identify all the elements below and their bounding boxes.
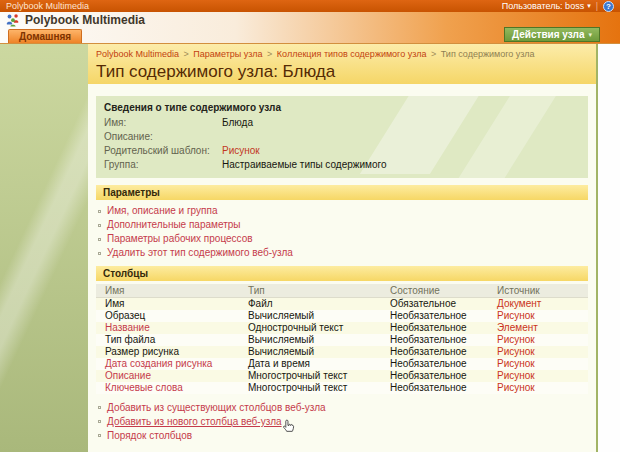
columns-footer-link-item: Добавить из нового столбца веб-узла bbox=[98, 414, 588, 429]
site-actions-button[interactable]: Действия узла ▾ bbox=[504, 27, 600, 42]
page-body: Polybook Multimedia > Параметры узла > К… bbox=[0, 44, 620, 452]
info-fields: Имя:БлюдаОписание:Родительский шаблон:Ри… bbox=[104, 116, 580, 172]
info-field-row: Группа:Настраиваемые типы содержимого bbox=[104, 158, 580, 172]
cell-type: Однострочный текст bbox=[239, 322, 381, 334]
breadcrumb-current: Тип содержимого узла bbox=[441, 49, 535, 59]
cell-source: Рисунок bbox=[488, 334, 588, 346]
column-header-cell: Имя bbox=[96, 284, 239, 298]
column-name-text: Размер рисунка bbox=[105, 346, 179, 357]
column-name-link[interactable]: Ключевые слова bbox=[105, 382, 183, 393]
user-menu-label: Пользователь: boss bbox=[502, 1, 584, 11]
cell-source: Рисунок bbox=[488, 382, 588, 394]
cell-source: Рисунок bbox=[488, 358, 588, 370]
settings-link[interactable]: Параметры рабочих процессов bbox=[107, 232, 253, 246]
info-field-label: Имя: bbox=[104, 116, 222, 130]
cell-source: Рисунок bbox=[488, 310, 588, 322]
table-row: Ключевые словаМногострочный текстНеобяза… bbox=[96, 382, 588, 394]
cell-source: Документ bbox=[488, 298, 588, 311]
chevron-down-icon: ▾ bbox=[588, 31, 592, 39]
content-area: Сведения о типе содержимого узла Имя:Блю… bbox=[88, 84, 596, 452]
column-header-cell: Тип bbox=[239, 284, 381, 298]
header-band: Polybook Multimedia Домашняя Действия уз… bbox=[0, 12, 620, 44]
topbar-divider: | bbox=[596, 1, 598, 11]
cell-state: Необязательное bbox=[381, 310, 488, 322]
info-field-value-link[interactable]: Рисунок bbox=[222, 144, 260, 158]
bullet-icon bbox=[98, 224, 101, 227]
topbar-site-title: Polybook Multimedia bbox=[6, 0, 89, 12]
settings-link-item: Имя, описание и группа bbox=[98, 204, 588, 218]
content-type-info-panel: Сведения о типе содержимого узла Имя:Блю… bbox=[96, 96, 588, 178]
cell-type: Многострочный текст bbox=[239, 370, 381, 382]
topbar-right: Пользователь: boss ▾ | ? bbox=[502, 1, 614, 12]
page-root: Polybook Multimedia Пользователь: boss ▾… bbox=[0, 0, 620, 453]
settings-section-header: Параметры bbox=[96, 185, 588, 200]
cell-source: Элемент bbox=[488, 322, 588, 334]
columns-table-header-row: ИмяТипСостояниеИсточник bbox=[96, 284, 588, 298]
breadcrumb-separator: > bbox=[263, 49, 277, 59]
cell-name: Ключевые слова bbox=[96, 382, 239, 394]
column-source-link[interactable]: Рисунок bbox=[497, 310, 535, 321]
site-banner: Polybook Multimedia bbox=[0, 12, 620, 28]
cell-source: Рисунок bbox=[488, 370, 588, 382]
column-source-link[interactable]: Рисунок bbox=[497, 370, 535, 381]
settings-link[interactable]: Удалить этот тип содержимого веб-узла bbox=[107, 246, 293, 260]
column-source-link[interactable]: Рисунок bbox=[497, 382, 535, 393]
cell-type: Многострочный текст bbox=[239, 382, 381, 394]
column-source-link[interactable]: Рисунок bbox=[497, 358, 535, 369]
cell-name: Дата создания рисунка bbox=[96, 358, 239, 370]
top-bar: Polybook Multimedia Пользователь: boss ▾… bbox=[0, 0, 620, 12]
cell-type: Файл bbox=[239, 298, 381, 311]
bullet-icon bbox=[98, 420, 101, 423]
breadcrumb-link[interactable]: Коллекция типов содержимого узла bbox=[277, 49, 427, 59]
main-panel: Polybook Multimedia > Параметры узла > К… bbox=[88, 44, 598, 452]
cell-state: Необязательное bbox=[381, 334, 488, 346]
settings-link-item: Дополнительные параметры bbox=[98, 218, 588, 232]
table-row: ОбразецВычисляемыйНеобязательноеРисунок bbox=[96, 310, 588, 322]
column-source-link[interactable]: Документ bbox=[497, 298, 541, 309]
bullet-icon bbox=[98, 210, 101, 213]
cell-name: Имя bbox=[96, 298, 239, 311]
info-field-label: Описание: bbox=[104, 130, 222, 144]
help-icon[interactable]: ? bbox=[603, 1, 614, 12]
user-menu[interactable]: Пользователь: boss ▾ bbox=[502, 1, 591, 11]
site-title: Polybook Multimedia bbox=[25, 13, 145, 27]
people-blocks-logo-icon bbox=[6, 13, 20, 27]
column-source-link[interactable]: Элемент bbox=[497, 322, 538, 333]
cell-name: Образец bbox=[96, 310, 239, 322]
column-source-link[interactable]: Рисунок bbox=[497, 334, 535, 345]
column-source-link[interactable]: Рисунок bbox=[497, 346, 535, 357]
bullet-icon bbox=[98, 406, 101, 409]
column-name-link[interactable]: Описание bbox=[105, 370, 151, 381]
info-panel-header: Сведения о типе содержимого узла bbox=[104, 102, 580, 113]
columns-footer-link-item: Порядок столбцов bbox=[98, 429, 588, 442]
cell-type: Вычисляемый bbox=[239, 310, 381, 322]
columns-section-header: Столбцы bbox=[96, 266, 588, 281]
cell-state: Необязательное bbox=[381, 346, 488, 358]
tab-home[interactable]: Домашняя bbox=[8, 29, 82, 43]
columns-footer-link[interactable]: Добавить из нового столбца веб-узла bbox=[107, 415, 282, 428]
cursor-hand-icon bbox=[282, 419, 295, 434]
title-band: Polybook Multimedia > Параметры узла > К… bbox=[88, 44, 596, 84]
cell-name: Размер рисунка bbox=[96, 346, 239, 358]
cell-source: Рисунок bbox=[488, 346, 588, 358]
cell-state: Обязательное bbox=[381, 298, 488, 311]
cell-state: Необязательное bbox=[381, 358, 488, 370]
breadcrumb-link[interactable]: Параметры узла bbox=[193, 49, 262, 59]
info-field-value: Блюда bbox=[222, 116, 253, 130]
cell-state: Необязательное bbox=[381, 382, 488, 394]
cell-type: Вычисляемый bbox=[239, 334, 381, 346]
column-name-text: Образец bbox=[105, 310, 145, 321]
settings-links-list: Имя, описание и группаДополнительные пар… bbox=[96, 204, 588, 260]
table-row: Дата создания рисункаДата и времяНеобяза… bbox=[96, 358, 588, 370]
info-field-label: Родительский шаблон: bbox=[104, 144, 222, 158]
settings-link[interactable]: Имя, описание и группа bbox=[107, 204, 217, 218]
settings-link[interactable]: Дополнительные параметры bbox=[107, 218, 240, 232]
columns-footer-link[interactable]: Порядок столбцов bbox=[107, 429, 192, 442]
breadcrumb-link[interactable]: Polybook Multimedia bbox=[96, 49, 179, 59]
cell-state: Необязательное bbox=[381, 322, 488, 334]
column-name-link[interactable]: Дата создания рисунка bbox=[105, 358, 212, 369]
column-name-link[interactable]: Название bbox=[105, 322, 150, 333]
columns-footer-link[interactable]: Добавить из существующих столбцов веб-уз… bbox=[107, 401, 326, 414]
info-field-row: Описание: bbox=[104, 130, 580, 144]
column-name-text: Имя bbox=[105, 298, 124, 309]
